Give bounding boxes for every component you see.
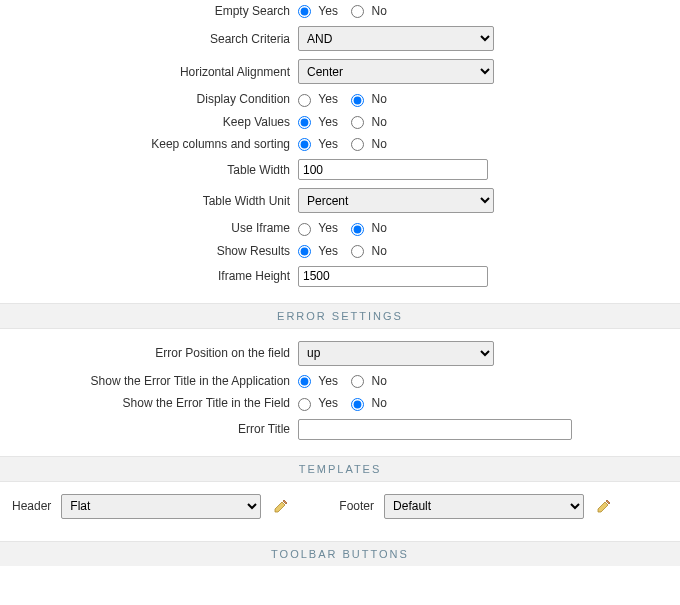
search-criteria-select[interactable]: AND (298, 26, 494, 51)
yes-label: Yes (318, 137, 338, 151)
header-template-label: Header (12, 499, 51, 513)
keep-values-label: Keep Values (0, 111, 294, 133)
yes-label: Yes (318, 396, 338, 410)
footer-template-select[interactable]: Default (384, 494, 584, 519)
show-error-title-app-no[interactable] (351, 375, 364, 388)
iframe-height-input[interactable] (298, 266, 488, 287)
error-title-label: Error Title (0, 415, 294, 444)
use-iframe-yes[interactable] (298, 223, 311, 236)
display-condition-no[interactable] (351, 94, 364, 107)
empty-search-label: Empty Search (0, 0, 294, 22)
error-position-label: Error Position on the field (0, 337, 294, 370)
table-width-input[interactable] (298, 159, 488, 180)
no-label: No (372, 244, 387, 258)
yes-label: Yes (318, 115, 338, 129)
no-label: No (372, 92, 387, 106)
error-title-input[interactable] (298, 419, 572, 440)
iframe-height-label: Iframe Height (0, 262, 294, 291)
keep-columns-sorting-no[interactable] (351, 138, 364, 151)
display-condition-label: Display Condition (0, 88, 294, 110)
yes-label: Yes (318, 374, 338, 388)
no-label: No (372, 396, 387, 410)
show-error-title-app-yes[interactable] (298, 375, 311, 388)
empty-search-yes[interactable] (298, 5, 311, 18)
display-condition-yes[interactable] (298, 94, 311, 107)
no-label: No (372, 115, 387, 129)
table-width-unit-select[interactable]: Percent (298, 188, 494, 213)
horizontal-alignment-label: Horizontal Alignment (0, 55, 294, 88)
no-label: No (372, 4, 387, 18)
use-iframe-label: Use Iframe (0, 217, 294, 239)
table-width-unit-label: Table Width Unit (0, 184, 294, 217)
show-results-yes[interactable] (298, 245, 311, 258)
show-error-title-app-label: Show the Error Title in the Application (0, 370, 294, 392)
table-width-label: Table Width (0, 155, 294, 184)
use-iframe-no[interactable] (351, 223, 364, 236)
header-template-select[interactable]: Flat (61, 494, 261, 519)
empty-search-no[interactable] (351, 5, 364, 18)
show-error-title-field-label: Show the Error Title in the Field (0, 392, 294, 414)
toolbar-buttons-header: TOOLBAR BUTTONS (0, 541, 680, 566)
show-results-no[interactable] (351, 245, 364, 258)
keep-columns-sorting-label: Keep columns and sorting (0, 133, 294, 155)
footer-template-label: Footer (339, 499, 374, 513)
search-criteria-label: Search Criteria (0, 22, 294, 55)
yes-label: Yes (318, 244, 338, 258)
show-error-title-field-yes[interactable] (298, 398, 311, 411)
horizontal-alignment-select[interactable]: Center (298, 59, 494, 84)
no-label: No (372, 137, 387, 151)
show-error-title-field-no[interactable] (351, 398, 364, 411)
yes-label: Yes (318, 4, 338, 18)
error-position-select[interactable]: up (298, 341, 494, 366)
show-results-label: Show Results (0, 240, 294, 262)
no-label: No (372, 374, 387, 388)
keep-values-no[interactable] (351, 116, 364, 129)
error-settings-header: ERROR SETTINGS (0, 303, 680, 329)
templates-header: TEMPLATES (0, 456, 680, 482)
keep-columns-sorting-yes[interactable] (298, 138, 311, 151)
keep-values-yes[interactable] (298, 116, 311, 129)
yes-label: Yes (318, 221, 338, 235)
edit-header-icon[interactable] (273, 498, 289, 514)
no-label: No (372, 221, 387, 235)
yes-label: Yes (318, 92, 338, 106)
edit-footer-icon[interactable] (596, 498, 612, 514)
